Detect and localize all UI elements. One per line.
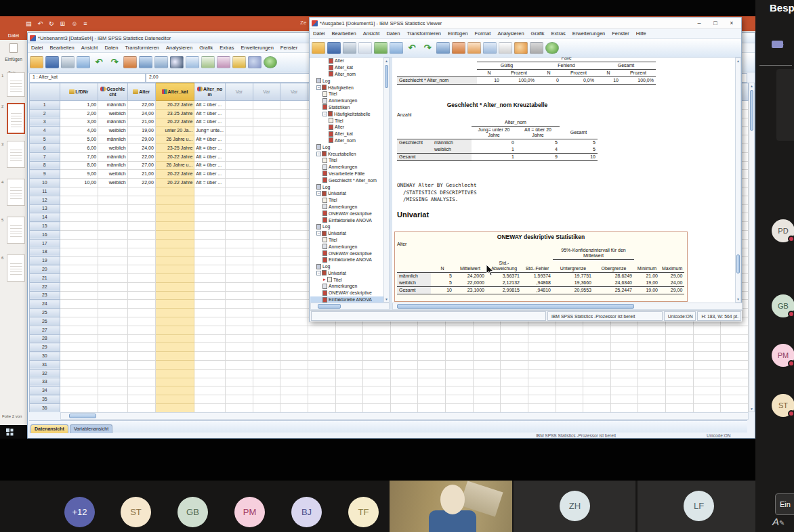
row-number[interactable]: 14 xyxy=(30,213,60,222)
grid-cell[interactable] xyxy=(98,326,128,334)
grid-cell[interactable] xyxy=(98,309,128,317)
grid-cell[interactable] xyxy=(363,352,391,361)
outline-item-alter[interactable]: Alter xyxy=(310,124,383,131)
grid-cell[interactable] xyxy=(390,386,418,395)
row-number[interactable]: 33 xyxy=(30,378,60,386)
grid-cell[interactable] xyxy=(60,309,98,317)
grid-cell[interactable] xyxy=(473,352,501,361)
column-header-var[interactable]: Var xyxy=(253,83,280,101)
grid-cell[interactable] xyxy=(666,334,694,343)
grid-cell[interactable] xyxy=(155,334,194,343)
recall-dialogs-icon[interactable] xyxy=(77,56,90,68)
grid-cell[interactable] xyxy=(127,265,155,274)
outline-item-oneway-deskriptive[interactable]: ONEWAY deskriptive xyxy=(310,250,383,257)
grid-cell[interactable] xyxy=(60,403,98,412)
grid-cell[interactable]: 20-22 Jahre xyxy=(155,179,194,187)
grid-cell[interactable] xyxy=(226,360,253,369)
grid-cell[interactable] xyxy=(721,378,749,386)
grid-cell[interactable]: männlich xyxy=(98,118,128,127)
value-labels-icon[interactable] xyxy=(232,56,246,68)
grid-cell[interactable] xyxy=(155,317,194,326)
row-number[interactable]: 8 xyxy=(30,161,60,170)
grid-cell[interactable] xyxy=(226,265,253,274)
grid-cell[interactable] xyxy=(60,317,98,326)
grid-cell[interactable] xyxy=(60,213,98,222)
grid-cell[interactable] xyxy=(280,291,308,300)
grid-cell[interactable] xyxy=(60,222,98,231)
grid-cell[interactable] xyxy=(556,343,583,352)
grid-cell[interactable] xyxy=(253,265,280,274)
row-number[interactable]: 13 xyxy=(30,204,60,213)
grid-cell[interactable] xyxy=(253,170,280,179)
grid-cell[interactable] xyxy=(127,282,155,291)
grid-cell[interactable] xyxy=(127,239,155,248)
grid-cell[interactable] xyxy=(194,248,226,257)
menu-erweiterungen[interactable]: Erweiterungen xyxy=(569,29,608,38)
grid-cell[interactable] xyxy=(363,403,391,412)
grid-cell[interactable] xyxy=(226,204,253,213)
grid-cell[interactable] xyxy=(473,403,501,412)
grid-cell[interactable] xyxy=(721,369,749,378)
grid-cell[interactable] xyxy=(253,213,280,222)
grid-cell[interactable] xyxy=(610,369,638,378)
grid-cell[interactable] xyxy=(155,309,194,317)
grid-cell[interactable] xyxy=(194,265,226,274)
grid-cell[interactable] xyxy=(280,386,308,395)
grid-cell[interactable] xyxy=(98,222,128,231)
grid-cell[interactable] xyxy=(280,395,308,404)
grid-cell[interactable] xyxy=(638,334,666,343)
grid-cell[interactable] xyxy=(60,352,98,361)
row-number[interactable]: 27 xyxy=(30,326,60,334)
grid-cell[interactable] xyxy=(721,334,749,343)
grid-cell[interactable] xyxy=(226,196,253,204)
grid-cell[interactable] xyxy=(253,118,280,127)
grid-cell[interactable] xyxy=(253,369,280,378)
grid-cell[interactable] xyxy=(155,265,194,274)
grid-cell[interactable] xyxy=(98,334,128,343)
grid-cell[interactable] xyxy=(226,230,253,239)
grid-cell[interactable] xyxy=(253,317,280,326)
grid-cell[interactable]: Alt = über ... xyxy=(194,118,226,127)
grid-cell[interactable] xyxy=(418,386,446,395)
grid-cell[interactable] xyxy=(335,395,363,404)
grid-cell[interactable] xyxy=(127,403,155,412)
grid-cell[interactable] xyxy=(155,273,194,282)
grid-cell[interactable] xyxy=(501,352,528,361)
grid-cell[interactable] xyxy=(280,317,308,326)
grid-cell[interactable] xyxy=(418,369,446,378)
collapse-box[interactable]: − xyxy=(316,231,321,236)
outline-item-log[interactable]: Log xyxy=(310,143,383,150)
grid-cell[interactable] xyxy=(194,213,226,222)
grid-cell[interactable] xyxy=(226,300,253,309)
row-number[interactable]: 10 xyxy=(30,179,60,187)
grid-cell[interactable] xyxy=(127,317,155,326)
grid-cell[interactable] xyxy=(501,369,528,378)
grid-cell[interactable] xyxy=(666,403,694,412)
row-number[interactable]: 21 xyxy=(30,273,60,282)
grid-cell[interactable] xyxy=(194,317,226,326)
grid-cell[interactable] xyxy=(501,334,528,343)
save-icon[interactable] xyxy=(327,42,341,54)
grid-cell[interactable] xyxy=(194,403,226,412)
row-number[interactable]: 9 xyxy=(30,170,60,179)
grid-cell[interactable] xyxy=(280,204,308,213)
grid-cell[interactable] xyxy=(556,386,583,395)
grid-cell[interactable] xyxy=(194,204,226,213)
outline-item-univariat[interactable]: −Univariat xyxy=(310,190,383,197)
tree-horizontal-scrollbar[interactable] xyxy=(310,303,390,310)
grid-cell[interactable] xyxy=(363,334,391,343)
grid-cell[interactable] xyxy=(98,239,128,248)
grid-cell[interactable] xyxy=(253,161,280,170)
grid-cell[interactable] xyxy=(308,334,335,343)
grid-cell[interactable] xyxy=(280,161,308,170)
grid-cell[interactable]: 20-22 Jahre xyxy=(155,152,194,161)
slide-thumbnail[interactable] xyxy=(7,217,25,244)
minimize-button[interactable]: – xyxy=(691,18,707,28)
outline-item-log[interactable]: Log xyxy=(310,183,383,190)
menu-bearbeiten[interactable]: Bearbeiten xyxy=(47,43,78,52)
grid-cell[interactable] xyxy=(226,317,253,326)
grid-cell[interactable] xyxy=(721,343,749,352)
grid-cell[interactable] xyxy=(155,378,194,386)
grid-cell[interactable] xyxy=(60,282,98,291)
grid-cell[interactable]: 24,00 xyxy=(127,143,155,152)
